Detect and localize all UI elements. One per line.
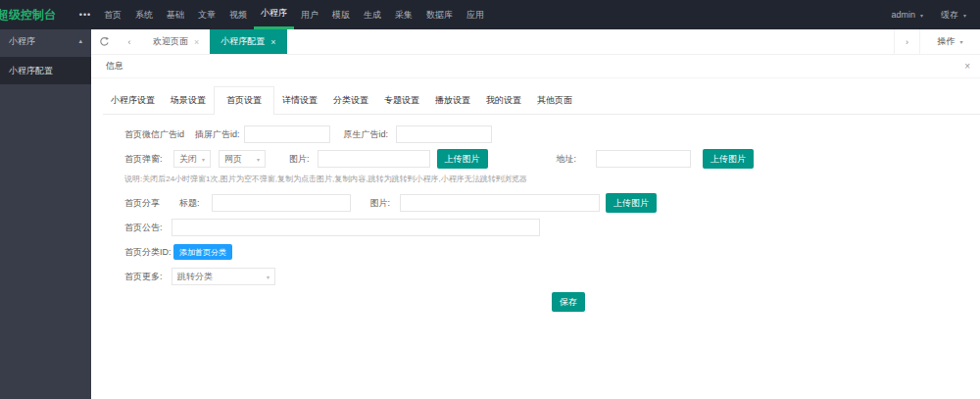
insert-ad-label: 插屏广告id:	[195, 128, 240, 141]
tab-scene-settings[interactable]: 场景设置	[163, 87, 214, 114]
tab-label: 小程序配置	[220, 35, 265, 48]
user-dropdown[interactable]: admin ▾	[891, 9, 923, 22]
notice-label: 首页公告:	[124, 222, 170, 234]
share-title-input[interactable]	[212, 194, 351, 212]
native-ad-input[interactable]	[396, 125, 492, 143]
sidebar-item-miniprogram-config[interactable]: 小程序配置	[0, 57, 91, 84]
form-row-share: 首页分享 标题: 图片: 上传图片	[124, 193, 980, 213]
category-label: 首页分类ID:	[124, 246, 172, 259]
popup-state-value: 关闭	[179, 153, 197, 166]
user-name: admin	[891, 10, 915, 20]
form-row-more: 首页更多: 跳转分类 ▾	[124, 267, 980, 286]
upload-share-image-button[interactable]: 上传图片	[606, 193, 657, 213]
popup-image-input[interactable]	[318, 150, 430, 168]
wechat-ad-label: 首页微信广告id	[124, 128, 193, 141]
tab-detail-settings[interactable]: 详情设置	[274, 87, 325, 114]
tabbar-right: › 操作 ▾	[894, 29, 980, 54]
chevron-down-icon: ▾	[963, 12, 966, 19]
tab-scroll-right-button[interactable]: ›	[894, 29, 919, 54]
popup-type-value: 网页	[224, 153, 242, 166]
chevron-down-icon: ▾	[267, 274, 270, 280]
tab-bar: ‹ 欢迎页面 × 小程序配置 × › 操作 ▾	[91, 29, 980, 55]
form-row-ads: 首页微信广告id 插屏广告id: 原生广告id:	[124, 125, 980, 144]
nav-item-article[interactable]: 文章	[191, 0, 222, 29]
popup-hint-text: 说明:关闭后24小时弹窗1次,图片为空不弹窗,复制为点击图片,复制内容,跳转为跳…	[124, 174, 980, 185]
nav-item-generate[interactable]: 生成	[357, 0, 388, 29]
popup-address-input[interactable]	[596, 150, 691, 168]
operation-label: 操作	[937, 35, 955, 48]
nav-item-database[interactable]: 数据库	[419, 0, 460, 29]
topbar: 超级控制台 ••• 首页 系统 基础 文章 视频 小程序 用户 模版 生成 采集…	[0, 0, 980, 29]
popup-address-label: 地址:	[557, 153, 577, 166]
popup-type-select[interactable]: 网页 ▾	[219, 150, 266, 168]
nav-item-apps[interactable]: 应用	[460, 0, 491, 29]
form-row-category: 首页分类ID: 添加首页分类	[124, 242, 980, 262]
share-label: 首页分享	[124, 197, 164, 210]
sidebar-group-label: 小程序	[9, 35, 35, 48]
upload-popup-address-button[interactable]: 上传图片	[703, 149, 754, 169]
save-row: 保存	[552, 292, 980, 312]
tab-playback-settings[interactable]: 播放设置	[427, 87, 478, 114]
tab-homepage-settings[interactable]: 首页设置	[214, 86, 274, 115]
app-logo: 超级控制台	[0, 7, 74, 24]
cache-dropdown[interactable]: 缓存 ▾	[941, 9, 966, 22]
tab-topic-settings[interactable]: 专题设置	[376, 87, 427, 114]
insert-ad-input[interactable]	[244, 125, 330, 143]
popup-state-select[interactable]: 关闭 ▾	[173, 150, 211, 168]
chevron-up-icon: ▴	[78, 37, 82, 45]
more-select[interactable]: 跳转分类 ▾	[172, 268, 275, 285]
info-bar: 信息 ×	[91, 55, 980, 78]
share-image-input[interactable]	[400, 194, 600, 212]
tab-welcome[interactable]: 欢迎页面 ×	[142, 29, 210, 54]
close-icon[interactable]: ×	[194, 37, 199, 47]
tab-operation-dropdown[interactable]: 操作 ▾	[919, 29, 980, 54]
share-title-label: 标题:	[179, 197, 200, 210]
main-area: ‹ 欢迎页面 × 小程序配置 × › 操作 ▾ 信息 ×	[91, 29, 980, 399]
close-icon[interactable]: ×	[964, 61, 970, 72]
nav-item-template[interactable]: 模版	[325, 0, 357, 29]
tab-miniprogram-settings[interactable]: 小程序设置	[103, 87, 163, 114]
refresh-icon	[99, 36, 110, 47]
chevron-down-icon: ▾	[202, 156, 205, 163]
add-category-button[interactable]: 添加首页分类	[173, 244, 232, 260]
app-window: 超级控制台 ••• 首页 系统 基础 文章 视频 小程序 用户 模版 生成 采集…	[0, 0, 980, 399]
settings-tabs: 小程序设置 场景设置 首页设置 详情设置 分类设置 专题设置 播放设置 我的设置…	[103, 86, 980, 115]
upload-popup-image-button[interactable]: 上传图片	[437, 149, 488, 169]
nav-item-video[interactable]: 视频	[222, 0, 254, 29]
top-nav: 首页 系统 基础 文章 视频 小程序 用户 模版 生成 采集 数据库 应用	[97, 0, 491, 29]
tab-miniprogram-config[interactable]: 小程序配置 ×	[210, 29, 286, 54]
chevron-down-icon: ▾	[257, 156, 260, 163]
native-ad-label: 原生广告id:	[344, 128, 389, 141]
nav-item-basic[interactable]: 基础	[160, 0, 191, 29]
chevron-down-icon: ▾	[920, 12, 923, 19]
save-button[interactable]: 保存	[552, 292, 585, 312]
refresh-button[interactable]	[91, 29, 117, 54]
popup-label: 首页弹窗:	[124, 153, 168, 166]
cache-label: 缓存	[941, 9, 958, 22]
more-label: 首页更多:	[124, 271, 168, 283]
sidebar-group-miniprogram[interactable]: 小程序 ▴	[0, 29, 91, 53]
nav-item-miniprogram[interactable]: 小程序	[254, 0, 294, 29]
tab-my-settings[interactable]: 我的设置	[478, 87, 529, 114]
popup-image-label: 图片:	[289, 153, 310, 166]
homepage-settings-form: 首页微信广告id 插屏广告id: 原生广告id: 首页弹窗: 关闭 ▾ 网页	[103, 115, 980, 312]
form-row-notice: 首页公告:	[124, 218, 980, 237]
nav-item-home[interactable]: 首页	[97, 0, 128, 29]
tab-other-pages[interactable]: 其他页面	[529, 87, 580, 114]
topbar-right: admin ▾ 缓存 ▾	[891, 9, 980, 22]
notice-input[interactable]	[172, 219, 540, 236]
tab-category-settings[interactable]: 分类设置	[325, 87, 376, 114]
more-value: 跳转分类	[177, 271, 213, 283]
chevron-down-icon: ▾	[959, 38, 962, 45]
nav-item-user[interactable]: 用户	[294, 0, 325, 29]
form-row-popup: 首页弹窗: 关闭 ▾ 网页 ▾ 图片: 上传图片 地址: 上传图片	[124, 149, 980, 169]
tab-scroll-left-button[interactable]: ‹	[117, 29, 142, 54]
nav-item-collect[interactable]: 采集	[388, 0, 419, 29]
close-icon[interactable]: ×	[270, 37, 275, 47]
sidebar: 小程序 ▴ 小程序配置	[0, 29, 91, 399]
nav-item-system[interactable]: 系统	[128, 0, 160, 29]
content-panel: 小程序设置 场景设置 首页设置 详情设置 分类设置 专题设置 播放设置 我的设置…	[91, 78, 980, 312]
tab-label: 欢迎页面	[153, 35, 188, 48]
share-image-label: 图片:	[370, 197, 391, 210]
more-menu-icon[interactable]: •••	[74, 10, 97, 20]
